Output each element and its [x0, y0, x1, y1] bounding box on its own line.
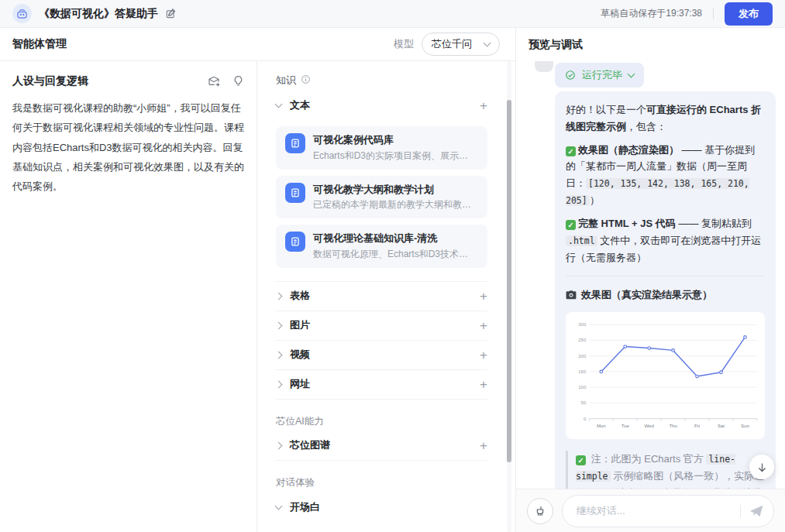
model-select[interactable]: 芯位千问 — [422, 33, 500, 56]
persona-pane: 人设与回复逻辑 — [0, 61, 257, 532]
persona-actions — [208, 75, 244, 88]
section-table[interactable]: 表格 + — [276, 282, 487, 311]
prompt-optimize-icon[interactable] — [208, 75, 220, 88]
knowledge-card-text: 可视化教学大纲和教学计划 已定稿的本学期最新的教学大纲和教学计划word文件，.… — [313, 183, 477, 212]
section-text[interactable]: 文本 + — [276, 91, 487, 120]
message-text: —— 复制粘贴到 — [676, 218, 752, 229]
knowledge-card[interactable]: 可视化案例代码库 Echarts和D3的实际项目案例、展示图片、源代码文件... — [276, 126, 487, 170]
svg-text:Tue: Tue — [621, 424, 630, 428]
ai-capability-label: 芯位AI能力 — [276, 415, 487, 428]
add-table-button[interactable]: + — [480, 290, 487, 303]
chevron-down-icon — [275, 502, 283, 510]
svg-text:Sat: Sat — [718, 424, 725, 428]
preview-chart-svg: 050100150200250300MonTueWedThuFriSatSun — [567, 317, 763, 434]
send-button[interactable] — [749, 504, 764, 518]
add-text-button[interactable]: + — [480, 99, 487, 112]
svg-text:150: 150 — [578, 369, 587, 374]
chevron-down-icon — [628, 70, 635, 78]
knowledge-card-title: 可视化教学大纲和教学计划 — [313, 183, 477, 197]
message-text: ，包含： — [626, 121, 666, 132]
scroll-to-bottom-button[interactable] — [749, 455, 774, 479]
run-status-text: 运行完毕 — [582, 68, 622, 82]
knowledge-pane: 知识 文本 + — [257, 61, 515, 532]
section-graph-label: 芯位图谱 — [290, 438, 480, 452]
check-circle-icon — [565, 70, 576, 81]
svg-text:0: 0 — [584, 417, 587, 421]
svg-text:Wed: Wed — [645, 424, 654, 428]
document-icon — [285, 232, 305, 252]
knowledge-card-desc: Echarts和D3的实际项目案例、展示图片、源代码文件... — [313, 149, 477, 163]
check-emoji: ✓ — [576, 455, 586, 465]
svg-text:200: 200 — [578, 354, 587, 359]
chat-area: 运行完毕 好的！以下是一个可直接运行的 ECharts 折线图完整示例，包含： … — [516, 61, 785, 489]
topbar-left: 《数据可视化》答疑助手 — [12, 4, 176, 23]
assistant-message: 好的！以下是一个可直接运行的 ECharts 折线图完整示例，包含： ✓效果图（… — [555, 91, 776, 489]
knowledge-scrollbar-thumb[interactable] — [507, 100, 511, 462]
knowledge-card[interactable]: 可视化理论基础知识库-清洗 数据可视化原理、Echarts和D3技术特点、图标分… — [276, 225, 487, 268]
section-url-label: 网址 — [290, 377, 480, 391]
svg-text:Sun: Sun — [741, 424, 749, 428]
chevron-right-icon — [275, 321, 283, 329]
document-icon — [285, 183, 305, 203]
add-graph-button[interactable]: + — [480, 439, 487, 452]
svg-text:300: 300 — [578, 323, 587, 328]
chevron-right-icon — [275, 441, 283, 449]
run-status-badge[interactable]: 运行完毕 — [555, 63, 644, 88]
section-text-label: 文本 — [290, 98, 480, 112]
svg-text:50: 50 — [581, 401, 587, 406]
svg-text:Fri: Fri — [694, 424, 700, 428]
chat-input[interactable] — [575, 504, 732, 517]
assistant-robot-icon — [12, 4, 32, 23]
knowledge-card[interactable]: 可视化教学大纲和教学计划 已定稿的本学期最新的教学大纲和教学计划word文件，.… — [276, 176, 487, 219]
lightbulb-icon[interactable] — [232, 75, 244, 88]
section-video-label: 视频 — [290, 348, 480, 362]
chat-experience-label: 对话体验 — [276, 476, 487, 489]
add-url-button[interactable]: + — [480, 378, 487, 391]
knowledge-card-title: 可视化案例代码库 — [313, 133, 477, 147]
knowledge-card-list: 可视化案例代码库 Echarts和D3的实际项目案例、展示图片、源代码文件... — [276, 126, 487, 282]
svg-text:Mon: Mon — [597, 424, 606, 428]
chart-preview-card: 050100150200250300MonTueWedThuFriSatSun — [566, 312, 765, 439]
message-paragraph: ✓效果图（静态渲染图） —— 基于你提到的「某都市一周人流量」数据（周一至周日：… — [566, 142, 765, 209]
message-text-bold: 完整 HTML + JS 代码 — [578, 218, 676, 229]
autosave-status: 草稿自动保存于19:37:38 — [601, 7, 702, 20]
svg-text:250: 250 — [578, 338, 587, 343]
content: 智能体管理 模型 芯位千问 人设与回复逻辑 — [0, 28, 785, 532]
knowledge-card-desc: 数据可视化原理、Echarts和D3技术特点、图标分类、... — [313, 248, 477, 261]
add-image-button[interactable]: + — [480, 319, 487, 332]
agent-management-title: 智能体管理 — [12, 37, 67, 51]
check-emoji: ✓ — [566, 220, 576, 230]
section-image[interactable]: 图片 + — [276, 311, 487, 341]
knowledge-card-title: 可视化理论基础知识库-清洗 — [313, 232, 477, 245]
section-opening[interactable]: 开场白 — [276, 493, 487, 522]
message-paragraph: 好的！以下是一个可直接运行的 ECharts 折线图完整示例，包含： — [566, 101, 765, 136]
knowledge-card-text: 可视化理论基础知识库-清洗 数据可视化原理、Echarts和D3技术特点、图标分… — [313, 232, 477, 261]
agent-management-panel: 智能体管理 模型 芯位千问 人设与回复逻辑 — [0, 28, 515, 532]
edit-title-icon[interactable] — [165, 9, 176, 19]
model-picker: 模型 芯位千问 — [394, 33, 500, 56]
section-image-label: 图片 — [290, 318, 480, 332]
topbar-divider — [713, 9, 714, 19]
add-video-button[interactable]: + — [480, 348, 487, 362]
message-text: ） — [590, 194, 600, 206]
message-divider — [566, 276, 765, 276]
info-icon[interactable] — [301, 74, 311, 87]
chevron-right-icon — [275, 292, 283, 300]
knowledge-label-row: 知识 — [276, 74, 487, 88]
clear-context-button[interactable] — [527, 498, 553, 524]
chevron-down-icon — [275, 101, 283, 108]
chat-input-bar — [516, 489, 785, 532]
arrow-down-icon — [756, 462, 768, 473]
preview-panel: 预览与调试 运行完毕 好的！以下是一个可直接运行的 ECharts 折线图完整示… — [515, 28, 785, 532]
message-text-bold: 效果图（静态渲染图） — [578, 144, 679, 156]
preview-title: 预览与调试 — [516, 28, 785, 61]
message-note: ✓ 注：此图为 ECharts 官方 line-simple 示例缩略图（风格一… — [566, 451, 765, 489]
topbar: 《数据可视化》答疑助手 草稿自动保存于19:37:38 发布 — [0, 0, 785, 28]
section-url[interactable]: 网址 + — [276, 370, 487, 400]
publish-button[interactable]: 发布 — [725, 2, 773, 26]
chevron-right-icon — [275, 380, 283, 388]
agent-management-panes: 人设与回复逻辑 — [0, 61, 515, 532]
section-graph[interactable]: 芯位图谱 + — [276, 431, 487, 461]
section-table-label: 表格 — [290, 289, 480, 303]
section-video[interactable]: 视频 + — [276, 341, 487, 370]
